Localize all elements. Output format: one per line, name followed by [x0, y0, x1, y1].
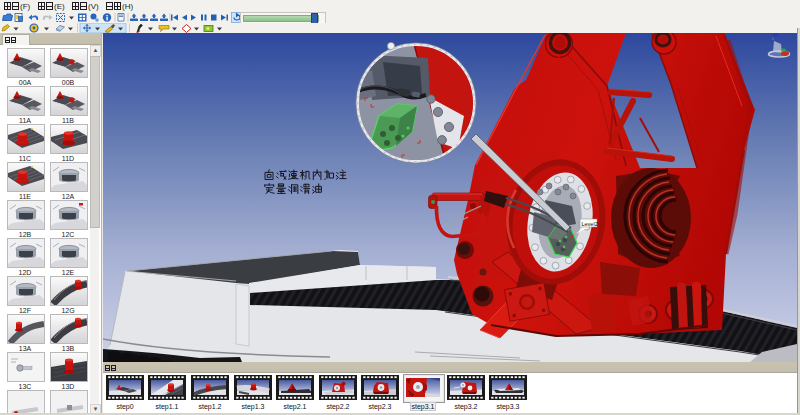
svg-text:Level2: Level2 [582, 221, 598, 227]
